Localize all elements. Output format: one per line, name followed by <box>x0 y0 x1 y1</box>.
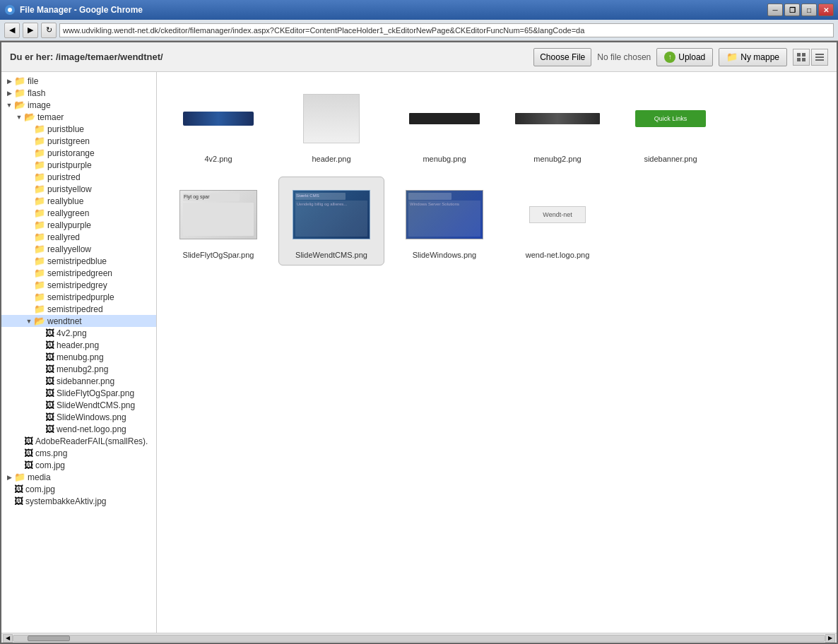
sidebar-item-slidewindowspng[interactable]: 🖼SlideWindows.png <box>1 411 156 423</box>
restore-button[interactable]: ❐ <box>784 4 800 16</box>
sidebar-item-menubg2png[interactable]: 🖼menubg2.png <box>1 363 156 375</box>
minimize-button[interactable]: ─ <box>767 4 783 16</box>
thumb-img-4v2 <box>176 87 261 150</box>
file-manager-header: Du er her: /image/temaer/wendtnet/ Choos… <box>1 42 837 72</box>
thumb-img-slideflyt: Flyt og spar <box>176 183 261 246</box>
sidebar-item-reallyyellow[interactable]: 📁reallyyellow <box>1 243 156 255</box>
sidebar-item-media[interactable]: ▶ 📁 media <box>1 471 156 483</box>
thumb-img-menubg2 <box>515 87 600 150</box>
file-thumb-4v2[interactable]: 4v2.png <box>165 80 271 169</box>
sidebar-item-semistripedblue[interactable]: 📁semistripedblue <box>1 255 156 267</box>
tree-toggle-temaer: ▼ <box>14 114 24 121</box>
sidebar-label-wendtnet: wendtnet <box>47 316 82 326</box>
sidebar-item-reallyred[interactable]: 📁reallyred <box>1 231 156 243</box>
svg-rect-8 <box>815 59 824 61</box>
tree-toggle-media: ▶ <box>4 474 14 481</box>
folder-icon-flash: 📁 <box>14 88 25 98</box>
svg-rect-3 <box>802 53 805 56</box>
file-thumb-slidewindows[interactable]: Windows Server Solutions SlideWindows.pn… <box>391 177 497 266</box>
thumb-filename-header: header.png <box>312 155 350 163</box>
address-input[interactable] <box>59 23 834 37</box>
sidebar-item-temaer[interactable]: ▼ 📂 temaer <box>1 111 156 123</box>
scrollbar-track[interactable] <box>13 635 825 642</box>
svg-rect-4 <box>797 58 801 61</box>
sidebar-item-semistripedred[interactable]: 📁semistripedred <box>1 303 156 315</box>
choose-file-button[interactable]: Choose File <box>533 48 591 66</box>
sidebar-item-comjpg2[interactable]: 🖼com.jpg <box>1 483 156 495</box>
thumb-filename-sidebanner: sidebanner.png <box>644 155 697 163</box>
sidebar-item-semistripedgreen[interactable]: 📁semistripedgreen <box>1 267 156 279</box>
sidebar-item-reallygreen[interactable]: 📁reallygreen <box>1 207 156 219</box>
sidebar-item-wendtnet[interactable]: ▼ 📂 wendtnet <box>1 315 156 327</box>
sidebar-item-puristblue[interactable]: 📁puristblue <box>1 123 156 135</box>
maximize-button[interactable]: □ <box>801 4 817 16</box>
file-thumb-slidewendtcms[interactable]: Stærkt CMS Uendelig billig og allieres..… <box>278 177 384 266</box>
thumb-img-slidewindows: Windows Server Solutions <box>402 183 487 246</box>
tree-toggle-wendtnet: ▼ <box>24 318 34 325</box>
folder-icon-image: 📂 <box>14 100 25 110</box>
sidebar-item-puristorange[interactable]: 📁puristorange <box>1 147 156 159</box>
forward-button[interactable]: ▶ <box>23 23 38 38</box>
file-thumb-slideflyt[interactable]: Flyt og spar SlideFlytOgSpar.png <box>165 177 271 266</box>
folder-icon: 📁 <box>726 52 738 62</box>
sidebar-item-reallypurple[interactable]: 📁reallypurple <box>1 219 156 231</box>
close-button[interactable]: ✕ <box>818 4 834 16</box>
sidebar-item-flash[interactable]: ▶ 📁 flash <box>1 87 156 99</box>
fm-body: ▶ 📁 file ▶ 📁 flash ▼ 📂 image ▼ <box>1 72 837 633</box>
upload-icon: ↑ <box>664 52 675 63</box>
upload-label: Upload <box>678 52 705 62</box>
ny-mappe-label: Ny mappe <box>740 52 779 62</box>
sidebar-item-semistripedgrey[interactable]: 📁semistripedgrey <box>1 279 156 291</box>
ny-mappe-button[interactable]: 📁 Ny mappe <box>719 48 787 66</box>
folder-icon-wendtnet: 📂 <box>34 316 45 326</box>
sidebar-item-puristred[interactable]: 📁puristred <box>1 171 156 183</box>
sidebar-item-systembakke[interactable]: 🖼systembakkeAktiv.jpg <box>1 495 156 507</box>
refresh-button[interactable]: ↻ <box>41 23 57 38</box>
sidebar-item-adobereader[interactable]: 🖼AdobeReaderFAIL(smallRes). <box>1 435 156 447</box>
scrollbar-thumb[interactable] <box>28 636 70 641</box>
sidebar-item-comjpg[interactable]: 🖼com.jpg <box>1 459 156 471</box>
sidebar-label-temaer: temaer <box>37 112 64 122</box>
sidebar-item-menubgpng[interactable]: 🖼menubg.png <box>1 351 156 363</box>
upload-button[interactable]: ↑ Upload <box>656 48 713 66</box>
sidebar-item-puristyellow[interactable]: 📁puristyellow <box>1 183 156 195</box>
sidebar-item-puristpurple[interactable]: 📁puristpurple <box>1 159 156 171</box>
sidebar-item-puristgreen[interactable]: 📁puristgreen <box>1 135 156 147</box>
scroll-left-button[interactable]: ◀ <box>3 634 13 643</box>
sidebar-item-headerpng[interactable]: 🖼header.png <box>1 339 156 351</box>
folder-icon-media: 📁 <box>14 472 25 482</box>
view-grid-button[interactable] <box>793 49 810 66</box>
back-button[interactable]: ◀ <box>4 23 20 38</box>
sidebar-item-reallyblue[interactable]: 📁reallyblue <box>1 195 156 207</box>
sidebar-item-4v2png[interactable]: 🖼4v2.png <box>1 327 156 339</box>
sidebar-label-flash: flash <box>28 88 45 98</box>
file-thumb-header[interactable]: header.png <box>278 80 384 169</box>
scroll-right-button[interactable]: ▶ <box>825 634 835 643</box>
thumb-filename-slideflyt: SlideFlytOgSpar.png <box>183 251 254 259</box>
svg-rect-5 <box>802 58 805 61</box>
sidebar-item-image[interactable]: ▼ 📂 image <box>1 99 156 111</box>
address-bar: ◀ ▶ ↻ <box>0 20 838 41</box>
file-thumb-menubg[interactable]: menubg.png <box>391 80 497 169</box>
thumb-img-header <box>289 87 374 150</box>
no-file-chosen-text: No file chosen <box>597 52 651 62</box>
view-list-button[interactable] <box>811 49 828 66</box>
sidebar-item-cmspng[interactable]: 🖼cms.png <box>1 447 156 459</box>
file-thumb-menubg2[interactable]: menubg2.png <box>504 80 610 169</box>
sidebar-item-semistripedpurple[interactable]: 📁semistripedpurple <box>1 291 156 303</box>
sidebar-item-wendnetlogopng[interactable]: 🖼wend-net.logo.png <box>1 423 156 435</box>
sidebar-item-slidewendtcmspng[interactable]: 🖼SlideWendtCMS.png <box>1 399 156 411</box>
file-thumb-sidebanner[interactable]: Quick Links sidebanner.png <box>618 80 724 169</box>
header-actions: Choose File No file chosen ↑ Upload 📁 Ny… <box>533 48 828 66</box>
folder-icon-temaer: 📂 <box>24 112 35 122</box>
thumb-filename-menubg: menubg.png <box>423 155 466 163</box>
sidebar-item-sidebannerpng[interactable]: 🖼sidebanner.png <box>1 375 156 387</box>
list-view-icon <box>815 52 825 62</box>
chrome-icon <box>4 4 16 16</box>
file-grid: 4v2.png header.png menubg.png <box>157 72 837 633</box>
title-bar: File Manager - Google Chrome ─ ❐ □ ✕ <box>0 0 838 20</box>
sidebar-item-file[interactable]: ▶ 📁 file <box>1 75 156 87</box>
sidebar-item-slideflytpng[interactable]: 🖼SlideFlytOgSpar.png <box>1 387 156 399</box>
file-thumb-wendnetlogo[interactable]: Wendt-net wend-net.logo.png <box>504 177 610 266</box>
browser-content: Du er her: /image/temaer/wendtnet/ Choos… <box>0 41 838 644</box>
